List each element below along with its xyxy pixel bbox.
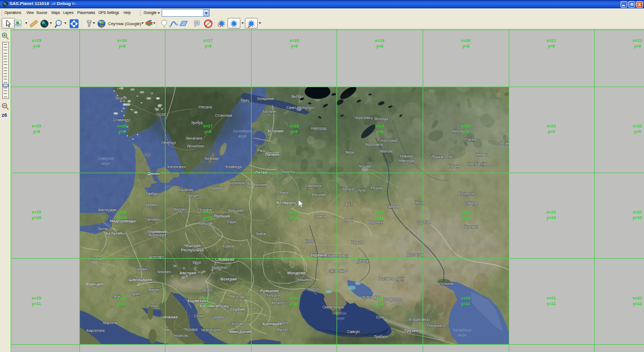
svg-text:Калининград: Калининград — [230, 181, 251, 185]
svg-text:Сочи: Сочи — [376, 315, 385, 319]
svg-text:Самара: Самара — [465, 201, 477, 206]
svg-text:Сараево: Сараево — [211, 315, 225, 320]
svg-text:Кишинёв: Кишинёв — [297, 278, 312, 282]
svg-text:Варшава: Варшава — [229, 208, 244, 213]
svg-text:Калуга: Калуга — [343, 187, 354, 192]
svg-text:Македония: Македония — [229, 329, 252, 334]
svg-text:Кальмар: Кальмар — [205, 156, 219, 161]
svg-text:Черногория: Черногория — [201, 328, 220, 332]
svg-text:Пескара: Пескара — [184, 327, 198, 332]
svg-text:Бремен: Бремен — [146, 203, 159, 207]
svg-text:Австрия: Австрия — [179, 270, 196, 275]
svg-text:Латвия: Латвия — [265, 152, 280, 157]
svg-text:Вена: Вена — [193, 260, 201, 264]
svg-text:море: море — [239, 134, 247, 139]
svg-text:Уппсала: Уппсала — [198, 105, 212, 109]
svg-text:Беларусь: Беларусь — [277, 200, 296, 205]
svg-text:Кострома: Кострома — [381, 139, 397, 143]
svg-text:Наб. Челны: Наб. Челны — [468, 162, 487, 166]
svg-text:Владикавказ: Владикавказ — [409, 317, 430, 322]
svg-text:Иваново: Иваново — [379, 149, 394, 153]
svg-text:Германия: Германия — [148, 229, 167, 234]
svg-text:Ижевск: Ижевск — [475, 153, 487, 156]
svg-text:Бельгия: Бельгия — [106, 231, 122, 236]
svg-text:Глазов: Глазов — [465, 137, 476, 141]
svg-text:Санкт-Петербург: Санкт-Петербург — [286, 106, 314, 110]
svg-text:Белград: Белград — [231, 294, 244, 299]
svg-text:Новгород: Новгород — [399, 159, 414, 163]
svg-text:Донецк: Донецк — [357, 259, 368, 263]
svg-text:Ставангер: Ставангер — [113, 118, 131, 122]
svg-text:Дания: Дания — [148, 171, 160, 176]
svg-text:Нижний: Нижний — [400, 154, 413, 158]
svg-text:Саратов: Саратов — [417, 220, 431, 225]
svg-text:Цюрих: Цюрих — [136, 267, 148, 272]
svg-text:Гомель: Гомель — [315, 215, 327, 218]
svg-text:Волгоград: Волгоград — [407, 253, 424, 257]
svg-text:Казань: Казань — [449, 164, 461, 168]
svg-text:Харьков: Харьков — [351, 240, 365, 245]
svg-text:Лилль: Лилль — [98, 227, 108, 231]
svg-text:Швейцария: Швейцария — [129, 277, 151, 282]
svg-text:Севастополь: Севастополь — [323, 305, 344, 309]
svg-text:Москва: Москва — [359, 164, 371, 168]
svg-text:Турку: Турку — [240, 98, 250, 103]
svg-text:Республика: Республика — [181, 248, 204, 253]
svg-text:Грузия: Грузия — [405, 328, 418, 333]
svg-text:Стокгольм: Стокгольм — [215, 113, 232, 117]
svg-text:Могилёв: Могилёв — [311, 193, 326, 197]
svg-text:Клайпеда: Клайпеда — [226, 165, 242, 169]
svg-text:Кошалин: Кошалин — [178, 188, 193, 192]
svg-text:Минск: Минск — [278, 191, 288, 194]
svg-text:Копенгаген: Копенгаген — [168, 165, 186, 169]
svg-text:Щецин: Щецин — [188, 193, 200, 198]
svg-text:Запорожье: Запорожье — [329, 269, 347, 273]
svg-text:Генуя: Генуя — [149, 304, 158, 308]
svg-text:Чешская: Чешская — [184, 244, 201, 248]
svg-text:Ярославль: Ярославль — [365, 142, 383, 147]
svg-text:Сплит: Сплит — [194, 314, 204, 318]
svg-text:Орёл: Орёл — [344, 202, 353, 207]
svg-text:Берлин: Берлин — [174, 207, 186, 212]
svg-text:Уральск: Уральск — [464, 225, 477, 229]
svg-text:Хельсинки: Хельсинки — [257, 97, 274, 101]
svg-text:Косово: Косово — [232, 322, 244, 326]
svg-text:море: море — [102, 161, 110, 166]
svg-text:Вроцлав: Вроцлав — [198, 221, 213, 226]
svg-text:Череповец: Череповец — [354, 116, 372, 120]
svg-text:Выборг: Выборг — [291, 94, 304, 99]
svg-text:Йёнчёпинг: Йёнчёпинг — [187, 144, 205, 148]
svg-text:Барселона: Барселона — [87, 329, 105, 333]
svg-text:Каспийское: Каспийское — [453, 328, 472, 332]
svg-text:Болгария: Болгария — [263, 321, 282, 326]
svg-text:Воронеж: Воронеж — [368, 220, 383, 225]
svg-text:Гётеборг: Гётеборг — [162, 141, 177, 145]
svg-text:Молдова: Молдова — [287, 270, 306, 275]
svg-text:Балтийское: Балтийское — [233, 129, 253, 133]
svg-text:Рига: Рига — [257, 149, 265, 153]
svg-text:Тверь: Тверь — [344, 150, 354, 155]
svg-text:Марсель: Марсель — [103, 321, 117, 325]
svg-text:Тамбов: Тамбов — [386, 204, 399, 208]
svg-text:Будапешт: Будапешт — [212, 265, 228, 270]
svg-text:Ростов-на-Дону: Ростов-на-Дону — [378, 277, 405, 281]
svg-text:Линчёпинг: Линчёпинг — [186, 136, 203, 140]
svg-text:Махачкала: Махачкала — [427, 324, 446, 327]
svg-text:Львов: Львов — [255, 232, 266, 236]
svg-text:Рим: Рим — [163, 328, 169, 332]
svg-text:Франция: Франция — [86, 282, 103, 287]
svg-text:Берген: Берген — [116, 96, 127, 101]
svg-text:море: море — [337, 316, 345, 321]
svg-text:Трабзон: Трабзон — [374, 335, 387, 339]
svg-text:Бургас: Бургас — [277, 327, 288, 332]
svg-text:Киев: Киев — [305, 239, 314, 243]
svg-text:Рязань: Рязань — [371, 186, 383, 190]
svg-text:Вильнюс: Вильнюс — [254, 183, 269, 187]
svg-text:Неаполь: Неаполь — [174, 334, 188, 337]
svg-text:Астрахань: Астрахань — [437, 282, 454, 286]
svg-text:Сербия: Сербия — [230, 307, 245, 312]
svg-text:Украина: Украина — [311, 253, 328, 258]
svg-text:Милан: Милан — [148, 288, 159, 292]
svg-text:Самсун: Самсун — [347, 330, 360, 334]
svg-text:Венгрия: Венгрия — [220, 277, 237, 282]
